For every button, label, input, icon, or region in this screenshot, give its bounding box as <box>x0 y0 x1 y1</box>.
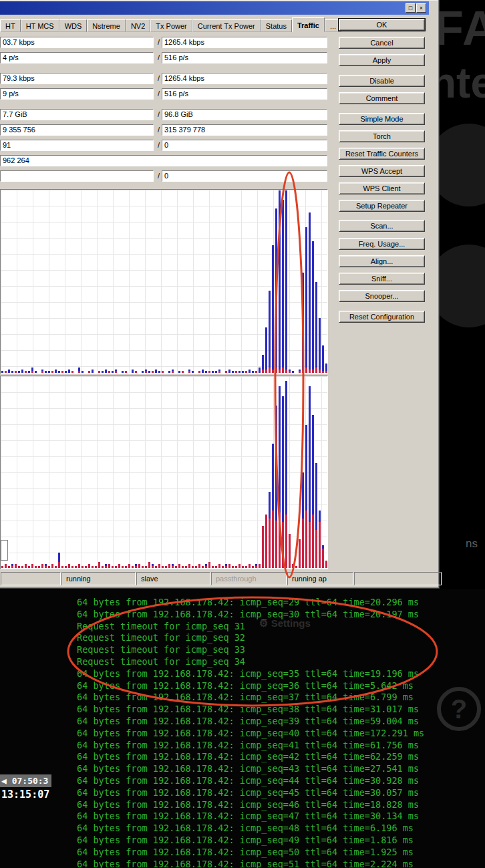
background-text-1: FA <box>434 4 485 52</box>
field-right-6[interactable]: 0 <box>162 140 327 151</box>
traffic-bar <box>322 345 324 373</box>
tab-tx-power[interactable]: Tx Power <box>150 19 192 32</box>
align-button[interactable]: Align... <box>339 255 425 267</box>
traffic-bar <box>82 371 84 373</box>
traffic-bar <box>212 566 214 568</box>
traffic-bar <box>92 370 94 373</box>
traffic-bar <box>259 368 261 373</box>
field-right-3[interactable]: 516 p/s <box>162 88 327 100</box>
field-left-8[interactable] <box>0 170 154 182</box>
graph-lower <box>0 376 328 569</box>
field-right-0[interactable]: 1265.4 kbps <box>162 37 327 48</box>
field-left-2[interactable]: 79.3 kbps <box>0 73 154 84</box>
slash-separator-0: / <box>156 37 162 48</box>
slash-separator-1: / <box>156 52 162 63</box>
traffic-bar <box>238 371 240 373</box>
ok-button[interactable]: OK <box>339 19 425 31</box>
tab-nv2[interactable]: NV2 <box>126 19 150 32</box>
traffic-bar <box>305 511 307 568</box>
field-right-5[interactable]: 315 379 778 <box>162 124 327 136</box>
field-left-1[interactable]: 4 p/s <box>0 52 154 63</box>
reset-traffic-counters-button[interactable]: Reset Traffic Counters <box>339 148 425 160</box>
wps-accept-button[interactable]: WPS Accept <box>339 165 425 177</box>
traffic-bar <box>325 371 327 373</box>
tab-traffic[interactable]: Traffic <box>292 17 325 32</box>
traffic-bar <box>282 200 284 373</box>
traffic-bar <box>305 227 307 373</box>
freq-usage-button[interactable]: Freq. Usage... <box>339 238 425 250</box>
traffic-bar <box>122 566 124 568</box>
status-bar: runningslavepassthroughrunning ap <box>1 572 442 585</box>
traffic-bar <box>25 564 27 568</box>
traffic-bar <box>58 562 60 568</box>
traffic-bar <box>242 566 244 568</box>
field-left-4[interactable]: 7.7 GiB <box>0 109 154 120</box>
traffic-bar <box>195 566 197 568</box>
traffic-bar <box>28 371 30 373</box>
apply-button[interactable]: Apply <box>339 54 425 66</box>
wireless-window[interactable]: □ × HTHT MCSWDSNstremeNV2Tx PowerCurrent… <box>0 0 440 589</box>
traffic-bar <box>302 273 304 373</box>
terminal-output: 64 bytes from 192.168.178.42: icmp_seq=2… <box>77 597 424 868</box>
field-right-4[interactable]: 96.8 GiB <box>162 109 327 120</box>
traffic-bar <box>232 371 234 373</box>
reset-configuration-button[interactable]: Reset Configuration <box>339 311 425 323</box>
cancel-button[interactable]: Cancel <box>339 37 425 49</box>
field-left-7[interactable]: 962 264 <box>0 155 327 166</box>
graph-upper <box>0 189 328 374</box>
traffic-bar <box>182 566 184 568</box>
traffic-bar <box>142 566 144 568</box>
scan-button[interactable]: Scan... <box>339 220 425 232</box>
traffic-bar <box>115 371 117 373</box>
traffic-bar <box>208 562 210 568</box>
terminal-line: 64 bytes from 192.168.178.42: icmp_seq=5… <box>77 847 424 859</box>
terminal-line: 64 bytes from 192.168.178.42: icmp_seq=4… <box>77 811 424 823</box>
traffic-bar <box>185 566 187 568</box>
field-right-2[interactable]: 1265.4 kbps <box>162 73 327 84</box>
traffic-bar <box>182 371 184 373</box>
traffic-bar <box>215 566 217 568</box>
tab-ht[interactable]: HT <box>0 19 21 32</box>
snooper-button[interactable]: Snooper... <box>339 290 425 302</box>
terminal-line: 64 bytes from 192.168.178.42: icmp_seq=4… <box>77 751 424 763</box>
wps-client-button[interactable]: WPS Client <box>339 182 425 194</box>
field-left-0[interactable]: 03.7 kbps <box>0 37 154 48</box>
terminal-window[interactable]: ⚙ Settings ? 64 bytes from 192.168.178.4… <box>0 589 485 868</box>
status-cell-running: running <box>61 572 136 585</box>
traffic-bar <box>88 564 90 568</box>
traffic-bar <box>1 371 3 373</box>
traffic-bar <box>205 566 207 568</box>
field-right-8[interactable]: 0 <box>162 170 327 182</box>
comment-button[interactable]: Comment <box>339 92 425 104</box>
tab-current-tx-power[interactable]: Current Tx Power <box>192 19 261 32</box>
traffic-bar <box>309 370 311 373</box>
slash-separator-8: / <box>156 170 162 182</box>
traffic-bar <box>265 327 267 373</box>
traffic-bar <box>148 371 150 373</box>
tab-nstreme[interactable]: Nstreme <box>87 19 126 32</box>
traffic-bar <box>235 566 237 568</box>
field-left-3[interactable]: 9 p/s <box>0 88 154 100</box>
timestamp-2: 13:15:07 <box>1 788 49 801</box>
tab-ht-mcs[interactable]: HT MCS <box>21 19 59 32</box>
disable-button[interactable]: Disable <box>339 75 425 87</box>
torch-button[interactable]: Torch <box>339 130 425 142</box>
tab-wds[interactable]: WDS <box>59 19 88 32</box>
status-cell-running-ap: running ap <box>287 572 353 585</box>
field-left-5[interactable]: 9 355 756 <box>0 124 154 136</box>
terminal-line: 64 bytes from 192.168.178.42: icmp_seq=5… <box>77 859 424 868</box>
help-icon: ? <box>437 687 481 731</box>
traffic-bar <box>145 566 147 568</box>
setup-repeater-button[interactable]: Setup Repeater <box>339 200 425 212</box>
traffic-bar <box>252 371 254 373</box>
traffic-bar <box>305 368 307 373</box>
traffic-bar <box>162 371 164 373</box>
sniff-button[interactable]: Sniff... <box>339 273 425 285</box>
tab-status[interactable]: Status <box>261 19 292 32</box>
field-right-1[interactable]: 516 p/s <box>162 52 327 63</box>
simple-mode-button[interactable]: Simple Mode <box>339 113 425 125</box>
field-left-6[interactable]: 91 <box>0 140 154 151</box>
traffic-bar <box>135 371 137 373</box>
status-cell-slave: slave <box>136 572 210 585</box>
traffic-bar <box>118 564 120 568</box>
